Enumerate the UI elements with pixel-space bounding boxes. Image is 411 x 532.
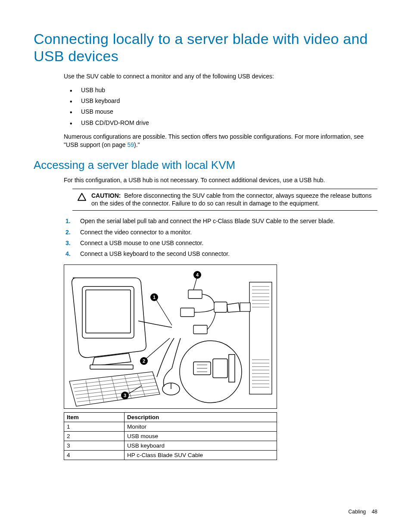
svg-rect-19 [214,302,227,312]
svg-rect-18 [193,325,207,334]
callout-4: 4 [193,271,201,279]
callout-3: 3 [121,392,129,399]
caution-icon [72,192,91,203]
svg-line-45 [155,297,172,325]
footer-section: Cabling [349,509,366,515]
svg-rect-20 [249,282,272,394]
caution-body: Before disconnecting the SUV cable from … [91,192,372,207]
sub-intro-paragraph: For this configuration, a USB hub is not… [64,176,377,184]
table-row: 2USB mouse [64,432,277,441]
steps-list: Open the serial label pull tab and conne… [64,216,377,259]
legend-header-item: Item [64,413,125,422]
page-footer: Cabling 48 [349,509,377,515]
table-row: 4HP c-Class Blade SUV Cable [64,451,277,460]
bullet-item: USB mouse [64,106,377,117]
step-item: Connect a USB keyboard to the second USB… [64,249,377,259]
step-item: Connect the video connector to a monitor… [64,227,377,238]
config-paragraph: Numerous configurations are possible. Th… [64,133,377,149]
callout-1: 1 [150,293,158,301]
step-item: Open the serial label pull tab and conne… [64,216,377,227]
page-title: Connecting locally to a server blade wit… [34,30,377,65]
bullet-item: USB CD/DVD-ROM drive [64,118,377,128]
svg-rect-37 [240,303,250,311]
caution-text: CAUTION: Before disconnecting the SUV ca… [91,192,377,208]
connection-diagram: 1 2 3 4 [64,264,277,409]
callout-2: 2 [140,357,148,365]
bullet-item: USB keyboard [64,96,377,106]
intro-paragraph: Use the SUV cable to connect a monitor a… [64,72,377,81]
svg-rect-40 [213,359,227,378]
table-row: 3USB keyboard [64,441,277,451]
svg-rect-16 [188,290,202,299]
step-item: Connect a USB mouse to one USB connector… [64,238,377,249]
caution-block: CAUTION: Before disconnecting the SUV ca… [72,189,377,211]
footer-page-number: 48 [372,509,377,515]
caution-label: CAUTION: [91,192,121,199]
page-link-59[interactable]: 59 [127,141,134,148]
bullet-item: USB hub [64,85,377,96]
legend-table: Item Description 1Monitor 2USB mouse 3US… [64,412,277,460]
svg-rect-1 [86,290,131,333]
svg-rect-41 [229,355,235,382]
svg-line-47 [144,338,170,361]
section-heading-kvm: Accessing a server blade with local KVM [34,159,377,172]
legend-header-desc: Description [125,413,277,422]
svg-rect-2 [90,365,133,369]
svg-rect-17 [181,308,194,317]
device-bullet-list: USB hub USB keyboard USB mouse USB CD/DV… [64,85,377,128]
svg-line-46 [193,278,197,290]
table-row: 1Monitor [64,422,277,432]
